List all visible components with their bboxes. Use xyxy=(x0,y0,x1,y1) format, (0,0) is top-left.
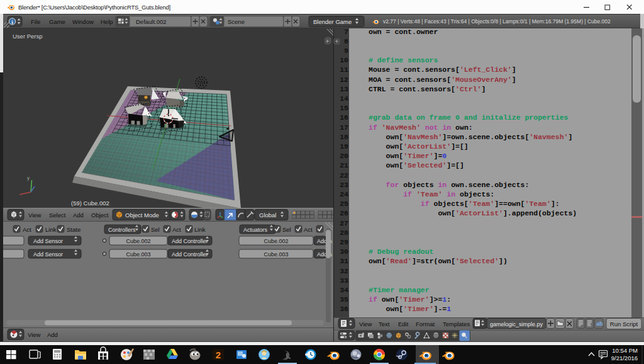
svg-text:Sel: Sel xyxy=(151,226,160,233)
svg-text:Format: Format xyxy=(416,321,435,327)
svg-text:Sel: Sel xyxy=(282,226,291,233)
svg-text:View: View xyxy=(28,212,42,219)
svg-text:Blender Game: Blender Game xyxy=(313,18,352,25)
svg-text:Object Mode: Object Mode xyxy=(125,212,159,219)
svg-text:Add Sensor: Add Sensor xyxy=(33,238,63,244)
svg-text:Help: Help xyxy=(101,18,113,25)
svg-text:Add Sensor: Add Sensor xyxy=(33,251,63,258)
svg-text:Add: Add xyxy=(47,331,58,338)
svg-text:Cube.002: Cube.002 xyxy=(126,238,150,244)
svg-text:2: 2 xyxy=(216,350,221,360)
svg-text:Default.002: Default.002 xyxy=(136,18,167,25)
svg-text:Cube.003: Cube.003 xyxy=(264,251,288,258)
svg-text:Act: Act xyxy=(172,226,181,233)
svg-text:Add Controller: Add Controller xyxy=(172,251,208,258)
svg-text:ab: ab xyxy=(596,321,603,327)
svg-text:Cube.003: Cube.003 xyxy=(126,251,150,258)
svg-text:Object: Object xyxy=(91,212,109,219)
svg-text:(59) Cube.002: (59) Cube.002 xyxy=(71,200,109,207)
svg-text:9/21/2016: 9/21/2016 xyxy=(611,355,638,361)
svg-text:Game: Game xyxy=(49,18,65,25)
svg-text:Blender* [C:\Users\Jacob\Deskt: Blender* [C:\Users\Jacob\Desktop\Pythoni… xyxy=(18,4,170,11)
svg-text:Text: Text xyxy=(379,321,390,327)
svg-text:Edit: Edit xyxy=(398,321,409,327)
svg-text:Actuators: Actuators xyxy=(243,227,268,233)
svg-text:Global: Global xyxy=(259,212,276,219)
svg-text:Scene: Scene xyxy=(228,18,245,25)
svg-text:Run Script: Run Script xyxy=(610,321,638,327)
svg-text:10:54 PM: 10:54 PM xyxy=(612,347,638,354)
svg-text:v2.77 | Verts:48 | Faces:43 |: v2.77 | Verts:48 | Faces:43 | Tris:64 | … xyxy=(383,18,611,25)
svg-text:Cube.002: Cube.002 xyxy=(264,238,288,244)
svg-text:Select: Select xyxy=(49,212,66,219)
svg-text:Add: Add xyxy=(73,212,84,219)
svg-text:Link: Link xyxy=(45,226,57,233)
svg-text:Act: Act xyxy=(23,226,31,233)
svg-text:Link: Link xyxy=(194,226,206,233)
svg-text:Templates: Templates xyxy=(443,321,470,327)
svg-text:View: View xyxy=(359,321,372,327)
svg-text:y: y xyxy=(27,175,30,181)
svg-text:Add Controller: Add Controller xyxy=(172,238,208,244)
svg-text:File: File xyxy=(31,18,40,25)
svg-text:View: View xyxy=(28,331,41,338)
svg-text:User Persp: User Persp xyxy=(13,33,43,40)
svg-text:Window: Window xyxy=(72,18,94,25)
svg-text:Act: Act xyxy=(304,226,313,233)
svg-text:State: State xyxy=(67,226,80,233)
svg-text:gamelogic_simple.py: gamelogic_simple.py xyxy=(490,321,543,327)
svg-text:Controllers: Controllers xyxy=(108,227,136,233)
